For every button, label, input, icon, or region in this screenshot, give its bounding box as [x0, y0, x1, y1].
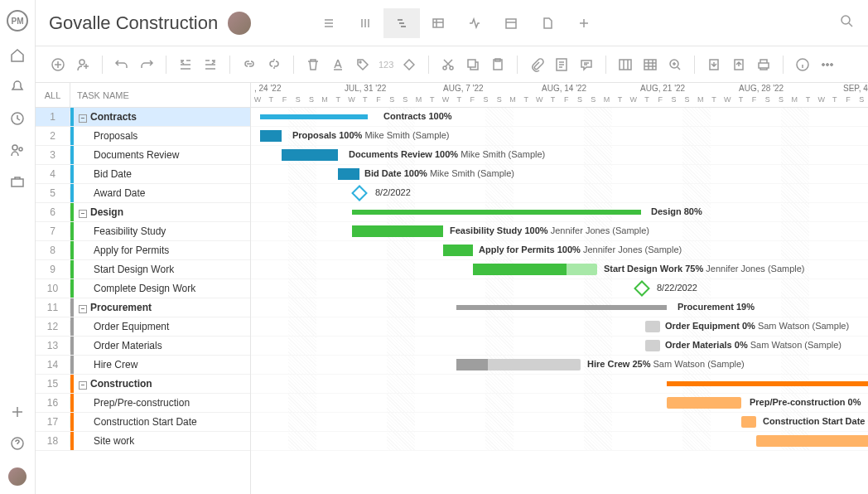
add-view-icon[interactable] [566, 8, 602, 38]
gantt-row[interactable]: Order Materials 0% Sam Watson (Sample) [251, 337, 868, 356]
gantt-row[interactable]: Hire Crew 25% Sam Watson (Sample) [251, 356, 868, 375]
task-row[interactable]: 13Order Materials [36, 337, 250, 356]
task-row[interactable]: 14Hire Crew [36, 356, 250, 375]
task-row[interactable]: 8Apply for Permits [36, 241, 250, 260]
gantt-row[interactable]: Documents Review 100% Mike Smith (Sample… [251, 146, 868, 165]
gantt-row[interactable]: Start Design Work 75% Jennifer Jones (Sa… [251, 260, 868, 279]
briefcase-icon[interactable] [10, 174, 25, 189]
activity-view-icon[interactable] [456, 8, 493, 38]
milestone-icon[interactable] [634, 280, 650, 297]
undo-icon[interactable] [113, 56, 131, 74]
gantt-row[interactable]: Apply for Permits 100% Jennifer Jones (S… [251, 241, 868, 260]
task-bar[interactable] [456, 359, 581, 370]
task-row[interactable]: 15−Construction [36, 375, 250, 394]
text-format-icon[interactable] [329, 56, 347, 74]
paste-icon[interactable] [489, 56, 507, 74]
print-icon[interactable] [755, 56, 773, 74]
unlink-icon[interactable] [265, 56, 283, 74]
collapse-icon[interactable]: − [79, 381, 87, 390]
app-logo[interactable]: PM [7, 10, 28, 31]
grid-icon[interactable] [641, 56, 659, 74]
search-icon[interactable] [840, 14, 855, 31]
gantt-row[interactable]: Design 80% [251, 203, 868, 222]
bell-icon[interactable] [10, 80, 25, 94]
info-icon[interactable] [793, 56, 812, 74]
task-bar[interactable] [260, 130, 282, 142]
task-row[interactable]: 2Proposals [36, 127, 250, 146]
summary-bar[interactable] [260, 114, 368, 119]
gantt-row[interactable]: Construction Start Date 0% [251, 413, 868, 432]
project-avatar[interactable] [228, 12, 251, 35]
numbering-icon[interactable]: 123 [379, 60, 393, 70]
task-bar[interactable] [741, 416, 756, 428]
summary-bar[interactable] [456, 305, 667, 310]
task-bar[interactable] [443, 245, 473, 256]
import-icon[interactable] [705, 56, 723, 74]
calendar-view-icon[interactable] [493, 8, 529, 38]
milestone-icon[interactable] [351, 185, 368, 201]
gantt-row[interactable] [251, 432, 868, 451]
sheet-view-icon[interactable] [420, 8, 456, 38]
zoom-icon[interactable] [666, 56, 684, 74]
task-row[interactable]: 7Feasibility Study [36, 222, 250, 241]
gantt-chart[interactable]: , 24 '22JUL, 31 '22AUG, 7 '22AUG, 14 '22… [251, 83, 868, 494]
comment-icon[interactable] [577, 56, 596, 74]
plus-icon[interactable] [10, 404, 25, 419]
users-icon[interactable] [10, 143, 25, 157]
gantt-row[interactable]: Proposals 100% Mike Smith (Sample) [251, 127, 868, 146]
gantt-row[interactable]: Procurement 19% [251, 298, 868, 317]
cut-icon[interactable] [439, 56, 457, 74]
task-row[interactable]: 4Bid Date [36, 165, 250, 184]
attach-icon[interactable] [528, 56, 546, 74]
task-row[interactable]: 17Construction Start Date [36, 413, 250, 432]
task-row[interactable]: 18Site work [36, 432, 250, 451]
task-row[interactable]: 10Complete Design Work [36, 279, 250, 298]
export-icon[interactable] [730, 56, 748, 74]
indent-icon[interactable] [201, 56, 219, 74]
home-icon[interactable] [10, 48, 25, 63]
note-icon[interactable] [552, 56, 571, 74]
summary-bar[interactable] [352, 210, 641, 215]
task-bar[interactable] [282, 149, 338, 161]
task-row[interactable]: 16Prep/Pre-construction [36, 394, 250, 413]
list-view-icon[interactable] [311, 8, 347, 38]
summary-bar[interactable] [667, 381, 868, 386]
task-row[interactable]: 11−Procurement [36, 298, 250, 317]
task-bar[interactable] [352, 225, 443, 237]
add-task-icon[interactable] [49, 56, 67, 74]
gantt-row[interactable]: 8/2/2022 [251, 184, 868, 203]
task-bar[interactable] [338, 168, 359, 180]
collapse-icon[interactable]: − [79, 305, 87, 313]
priority-icon[interactable] [400, 56, 418, 74]
collapse-icon[interactable]: − [79, 114, 87, 123]
gantt-row[interactable]: Bid Date 100% Mike Smith (Sample) [251, 165, 868, 184]
task-bar[interactable] [645, 340, 660, 351]
help-icon[interactable] [10, 436, 25, 451]
task-row[interactable]: 6−Design [36, 203, 250, 222]
task-row[interactable]: 12Order Equipment [36, 317, 250, 337]
link-icon[interactable] [240, 56, 258, 74]
tag-icon[interactable] [354, 56, 372, 74]
task-bar[interactable] [473, 264, 597, 275]
add-user-icon[interactable] [74, 56, 92, 74]
task-bar[interactable] [756, 435, 868, 447]
gantt-row[interactable]: 8/22/2022 [251, 279, 868, 298]
user-avatar[interactable] [8, 467, 27, 486]
gantt-row[interactable] [251, 375, 868, 394]
task-bar[interactable] [645, 321, 660, 332]
task-row[interactable]: 1−Contracts [36, 108, 250, 127]
file-view-icon[interactable] [529, 8, 566, 38]
outdent-icon[interactable] [176, 56, 195, 74]
copy-icon[interactable] [464, 56, 482, 74]
gantt-row[interactable]: Feasibility Study 100% Jennifer Jones (S… [251, 222, 868, 241]
more-icon[interactable] [818, 56, 837, 74]
gantt-row[interactable]: Order Equipment 0% Sam Watson (Sample) [251, 317, 868, 337]
collapse-icon[interactable]: − [79, 210, 87, 218]
board-view-icon[interactable] [347, 8, 383, 38]
delete-icon[interactable] [304, 56, 322, 74]
columns-icon[interactable] [616, 56, 634, 74]
task-row[interactable]: 5Award Date [36, 184, 250, 203]
redo-icon[interactable] [137, 56, 156, 74]
clock-icon[interactable] [10, 111, 25, 126]
all-column-header[interactable]: ALL [36, 83, 70, 107]
